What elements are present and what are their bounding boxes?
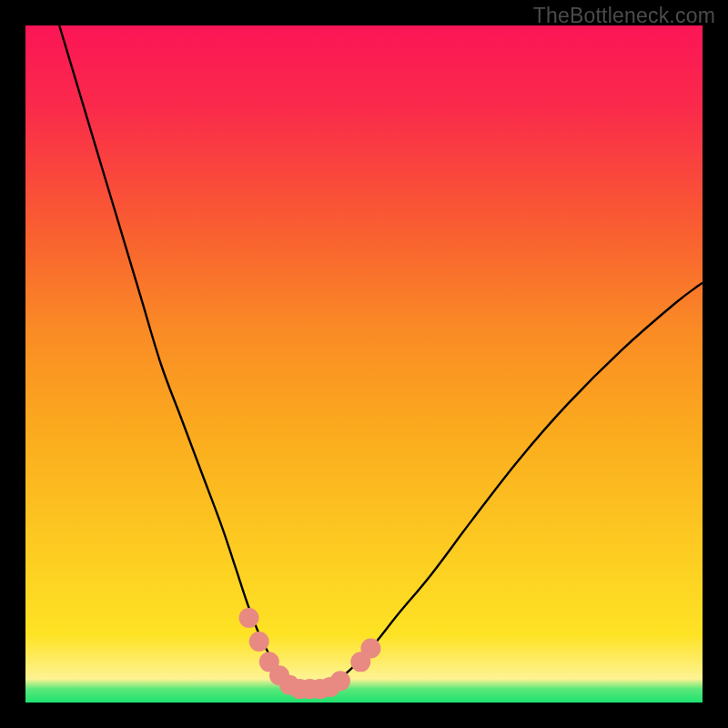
marker-dot	[249, 632, 269, 652]
gradient-background	[25, 25, 703, 703]
marker-dot	[330, 671, 350, 691]
watermark-text: TheBottleneck.com	[533, 4, 715, 28]
marker-dot	[360, 638, 380, 658]
plot-area	[25, 25, 703, 703]
bottleneck-chart	[25, 25, 703, 703]
marker-dot	[239, 608, 259, 628]
chart-frame: TheBottleneck.com	[0, 0, 728, 728]
